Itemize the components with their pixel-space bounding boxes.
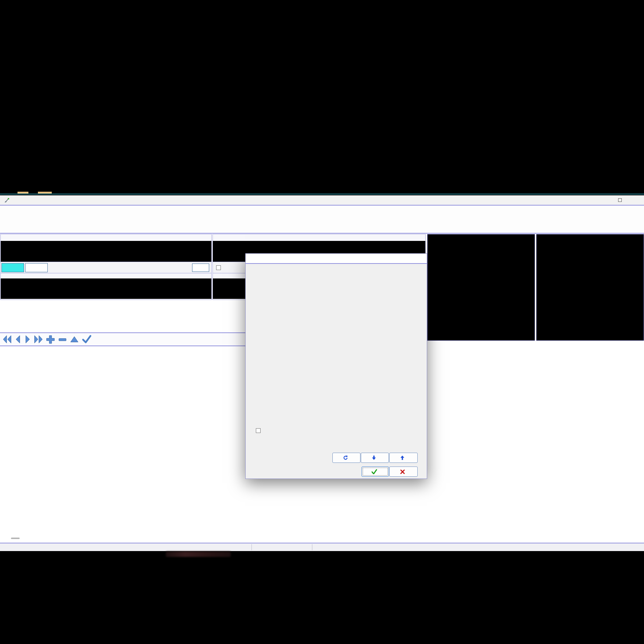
check-icon (371, 469, 377, 474)
x-icon (400, 469, 405, 474)
toolbar (0, 205, 644, 234)
auto-test-checkbox[interactable] (216, 265, 221, 270)
energy-panel-title (213, 234, 425, 241)
angle-panel-title (1, 234, 211, 241)
nav-first-button[interactable] (3, 335, 12, 344)
nav-previous-button[interactable] (15, 335, 22, 344)
nav-last-button[interactable] (34, 335, 43, 344)
title-bar (0, 195, 644, 205)
status-bar (0, 543, 644, 551)
download-icon (372, 455, 376, 460)
cancel-button[interactable] (389, 467, 418, 477)
upload-button[interactable] (389, 453, 418, 463)
status-divider (312, 544, 312, 550)
angle-panel (0, 234, 212, 300)
nav-next-button[interactable] (24, 335, 31, 344)
clear-button[interactable] (192, 264, 209, 272)
desktop (0, 0, 644, 644)
maximize-icon (618, 198, 622, 202)
download-button[interactable] (361, 453, 389, 463)
dialog-separator (246, 263, 427, 264)
energy-gauge-panel (536, 234, 644, 341)
restore-button[interactable] (332, 453, 360, 463)
range-controls (1, 262, 211, 273)
impact-energy-title (1, 273, 211, 278)
app-icon (4, 198, 10, 203)
range-150j-button[interactable] (25, 263, 48, 272)
remove-record-button[interactable] (58, 335, 67, 344)
edit-record-button[interactable] (70, 335, 79, 344)
resize-grip[interactable] (11, 538, 20, 539)
ok-button[interactable] (362, 467, 389, 477)
impact-energy-display (1, 278, 211, 299)
add-record-button[interactable] (46, 335, 55, 344)
confirm-button[interactable] (82, 335, 92, 344)
illegible-watermark (166, 551, 231, 557)
upload-icon (400, 455, 405, 460)
maximize-button[interactable] (612, 198, 628, 203)
window-top-edge (0, 194, 644, 195)
restore-icon (343, 455, 348, 460)
dialog-title (246, 254, 427, 263)
range-300j-button[interactable] (1, 263, 24, 272)
status-divider (251, 544, 252, 550)
energy-gauge-dial (536, 234, 644, 340)
config-sys-para-dialog (245, 253, 427, 479)
angle-display (1, 241, 211, 262)
show-dowel-checkbox[interactable] (256, 428, 261, 433)
angle-gauge-dial (428, 234, 535, 340)
angle-gauge-panel (427, 234, 535, 341)
